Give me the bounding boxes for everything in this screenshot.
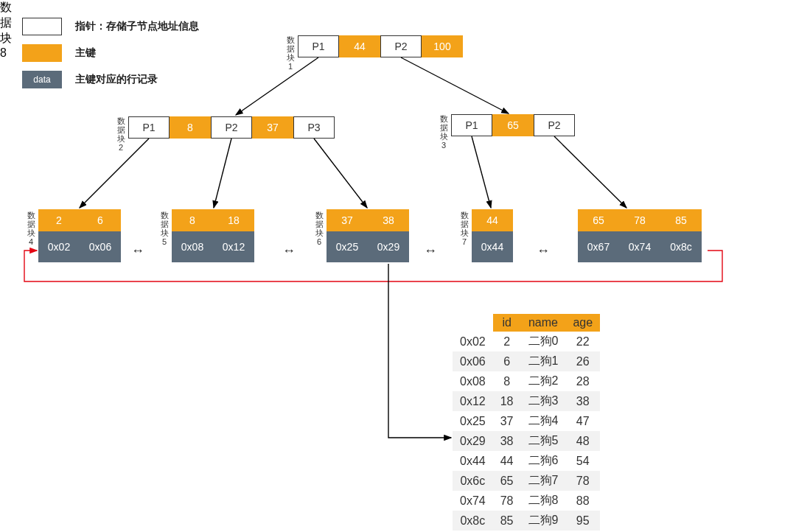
row-id: 38 (493, 431, 521, 451)
root-p2: P2 (380, 35, 422, 57)
legend: 指针：存储子节点地址信息 主键 data 主键对应的行记录 (22, 18, 199, 97)
svg-line-0 (236, 57, 318, 115)
svg-line-2 (80, 139, 149, 208)
leaf5-k2: 85 (660, 209, 702, 231)
row-id: 85 (493, 511, 521, 531)
row-addr: 0x08 (453, 371, 493, 391)
leaf2-d1: 0x12 (213, 231, 254, 262)
row-name: 二狗7 (521, 471, 566, 491)
table-row: 0x1218二狗338 (453, 391, 600, 411)
leaf4-d0: 0x44 (472, 231, 513, 262)
legend-key-text: 主键 (75, 46, 96, 60)
leaf5-k0: 65 (578, 209, 619, 231)
ir-p1: P1 (451, 114, 492, 136)
block-label-5: 数据块5 (160, 211, 169, 246)
leaf1-k1: 6 (80, 209, 121, 231)
table-row: 0x7478二狗888 (453, 491, 600, 511)
leaf-5: 65 78 85 0x67 0x74 0x8c (578, 209, 702, 262)
leaf-3: 37 38 0x25 0x29 (327, 209, 409, 262)
row-age: 47 (565, 411, 600, 431)
leaf1-d1: 0x06 (80, 231, 121, 262)
row-age: 54 (565, 451, 600, 471)
leaf3-k1: 38 (368, 209, 409, 231)
svg-line-3 (214, 139, 231, 208)
row-name: 二狗1 (521, 351, 566, 371)
row-addr: 0x8c (453, 511, 493, 531)
row-addr: 0x12 (453, 391, 493, 411)
row-age: 78 (565, 471, 600, 491)
row-addr: 0x25 (453, 411, 493, 431)
svg-line-6 (554, 136, 626, 208)
row-id: 18 (493, 391, 521, 411)
row-age: 88 (565, 491, 600, 511)
col-name: name (521, 314, 566, 332)
pointer-swatch (22, 18, 62, 35)
row-id: 65 (493, 471, 521, 491)
root-p1: P1 (298, 35, 339, 57)
row-name: 二狗9 (521, 511, 566, 531)
leaf5-d2: 0x8c (660, 231, 702, 262)
legend-row-key: 主键 (22, 44, 199, 62)
block-label-4: 数据块4 (27, 211, 35, 246)
ir-k1: 65 (492, 114, 534, 136)
dbl-arrow-3: ↔ (424, 243, 437, 259)
table-row: 0x066二狗126 (453, 351, 600, 371)
row-name: 二狗2 (521, 371, 566, 391)
leaf1-d0: 0x02 (38, 231, 80, 262)
legend-pointer-text: 指针：存储子节点地址信息 (75, 20, 199, 33)
row-id: 2 (493, 332, 521, 351)
internal-right: P1 65 P2 (451, 114, 575, 136)
row-age: 38 (565, 391, 600, 411)
il-p3: P3 (293, 116, 335, 139)
table-row: 0x2537二狗447 (453, 411, 600, 431)
block-label-2: 数据块2 (116, 116, 125, 152)
data-swatch: data (22, 71, 62, 88)
leaf-1: 2 6 0x02 0x06 (38, 209, 121, 262)
row-id: 6 (493, 351, 521, 371)
leaf-4: 44 0x44 (472, 209, 513, 262)
leaf1-k0: 2 (38, 209, 80, 231)
svg-line-5 (472, 136, 491, 208)
table-row: 0x2938二狗548 (453, 431, 600, 451)
row-addr: 0x74 (453, 491, 493, 511)
legend-row-pointer: 指针：存储子节点地址信息 (22, 18, 199, 35)
table-header-row: id name age (453, 314, 600, 332)
leaf4-k0: 44 (472, 209, 513, 231)
svg-line-1 (401, 57, 509, 113)
dbl-arrow-4: ↔ (537, 243, 550, 259)
row-name: 二狗5 (521, 431, 566, 451)
leaf2-k1: 18 (213, 209, 254, 231)
row-addr: 0x44 (453, 451, 493, 471)
block-label-7: 数据块7 (460, 211, 469, 246)
row-age: 26 (565, 351, 600, 371)
leaf5-d0: 0x67 (578, 231, 619, 262)
leaf3-k0: 37 (327, 209, 368, 231)
dbl-arrow-1: ↔ (131, 243, 144, 259)
key-swatch (22, 44, 62, 62)
row-addr: 0x6c (453, 471, 493, 491)
ir-p2: P2 (534, 114, 575, 136)
internal-left: P1 8 P2 37 P3 (128, 116, 335, 139)
svg-line-4 (314, 139, 367, 208)
row-addr: 0x06 (453, 351, 493, 371)
il-k1: 8 (170, 116, 211, 139)
legend-row-data: data 主键对应的行记录 (22, 71, 199, 88)
leaf-2: 8 18 0x08 0x12 (172, 209, 254, 262)
root-k1: 44 (339, 35, 380, 57)
row-age: 95 (565, 511, 600, 531)
block-label-1: 数据块1 (286, 35, 295, 71)
il-p1: P1 (128, 116, 170, 139)
row-name: 二狗0 (521, 332, 566, 351)
legend-data-text: 主键对应的行记录 (75, 73, 158, 86)
row-age: 22 (565, 332, 600, 351)
data-table: id name age 0x022二狗0220x066二狗1260x088二狗2… (453, 314, 600, 531)
col-id: id (493, 314, 521, 332)
row-id: 78 (493, 491, 521, 511)
root-node: P1 44 P2 100 (298, 35, 463, 57)
leaf3-d1: 0x29 (368, 231, 409, 262)
dbl-arrow-2: ↔ (282, 243, 296, 259)
col-age: age (565, 314, 600, 332)
row-id: 37 (493, 411, 521, 431)
table-row: 0x6c65二狗778 (453, 471, 600, 491)
il-k2: 37 (252, 116, 293, 139)
